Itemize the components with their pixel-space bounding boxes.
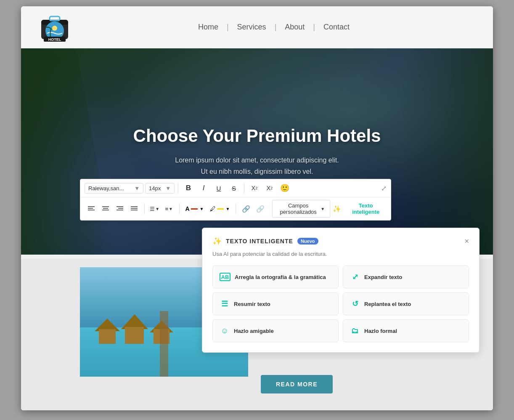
ai-option-friendly[interactable]: ☺ Hazlo amigable <box>212 319 339 342</box>
ai-panel-magic-icon: ✨ <box>212 237 222 246</box>
friendly-label: Hazlo amigable <box>234 328 274 334</box>
alignment-group <box>85 202 141 215</box>
browser-frame: HOTEL Home | Services | About | Contact … <box>21 6 493 410</box>
summarize-icon: ☰ <box>220 299 230 309</box>
align-right-button[interactable] <box>113 202 127 215</box>
nav-home[interactable]: Home <box>190 23 227 32</box>
hotel-logo: HOTEL <box>38 11 72 44</box>
formal-icon: 🗂 <box>350 326 360 336</box>
ai-panel-title: TEXTO INTELIGENTE <box>226 238 293 245</box>
ai-option-fix-grammar[interactable]: AB Arregla la ortografía & la gramática <box>212 266 339 288</box>
ai-panel-description: Usa AI para potenciar la calidad de la e… <box>212 251 469 257</box>
svg-point-4 <box>52 26 57 31</box>
fix-grammar-icon: AB <box>220 273 231 281</box>
ai-magic-icon-button[interactable]: ✨ <box>332 202 342 215</box>
underline-button[interactable]: U <box>212 182 225 194</box>
site-navigation: Home | Services | About | Contact <box>72 23 476 32</box>
text-color-button[interactable]: A ▼ <box>183 204 206 214</box>
nav-about[interactable]: About <box>276 23 313 32</box>
align-center-button[interactable] <box>99 202 112 215</box>
size-selector-chevron: ▼ <box>165 185 171 191</box>
divider-4 <box>179 204 180 214</box>
new-badge: Nuevo <box>297 238 318 245</box>
website-content: HOTEL Home | Services | About | Contact … <box>21 6 493 410</box>
toolbar-row-1: Raleway,san... ▼ 14px ▼ B I U S X2 X2 <box>80 179 391 197</box>
divider-1 <box>178 183 178 193</box>
subscript-button[interactable]: X2 <box>263 182 276 194</box>
palm-right-decoration <box>400 48 493 255</box>
campos-button[interactable]: Campos personalizados ▼ <box>272 200 330 218</box>
nav-contact[interactable]: Contact <box>315 23 358 32</box>
ordered-list-button[interactable]: ≡ ▼ <box>162 202 176 215</box>
font-selector-chevron: ▼ <box>134 185 140 191</box>
font-size-selector[interactable]: 14px ▼ <box>145 183 175 194</box>
align-justify-button[interactable] <box>127 202 141 215</box>
texto-inteligente-button[interactable]: Texto inteligente <box>345 200 387 217</box>
link-group: 🔗 🔗 <box>239 202 267 215</box>
read-more-button[interactable]: READ MORE <box>261 375 333 393</box>
list-group: ☰ ▼ ≡ ▼ <box>148 202 176 215</box>
link-button[interactable]: 🔗 <box>239 202 253 215</box>
svg-text:HOTEL: HOTEL <box>48 37 61 42</box>
unlink-button[interactable]: 🔗 <box>254 202 267 215</box>
summarize-label: Resumir texto <box>234 301 270 307</box>
bold-button[interactable]: B <box>182 182 195 194</box>
divider-3 <box>144 204 145 214</box>
text-color-group: A ▼ 🖊 ▼ <box>183 204 232 214</box>
friendly-icon: ☺ <box>220 326 230 336</box>
site-header: HOTEL Home | Services | About | Contact <box>21 6 493 48</box>
expand-label: Expandir texto <box>364 274 402 280</box>
align-left-button[interactable] <box>85 202 98 215</box>
strikethrough-button[interactable]: S <box>227 182 241 194</box>
superscript-button[interactable]: X2 <box>248 182 261 194</box>
ai-panel: ✨ TEXTO INTELIGENTE Nuevo × Usa AI para … <box>202 228 480 353</box>
ai-panel-header: ✨ TEXTO INTELIGENTE Nuevo × <box>212 237 469 246</box>
rephrase-label: Replantea el texto <box>364 301 411 307</box>
italic-button[interactable]: I <box>197 182 210 194</box>
divider-5 <box>236 204 236 214</box>
rephrase-icon: ↺ <box>350 299 360 309</box>
ai-option-rephrase[interactable]: ↺ Replantea el texto <box>343 292 469 315</box>
ai-panel-close-button[interactable]: × <box>464 237 469 245</box>
hero-section: Choose Your Premium Hotels Lorem ipsum d… <box>21 48 493 255</box>
ai-option-summarize[interactable]: ☰ Resumir texto <box>212 292 339 315</box>
hero-title: Choose Your Premium Hotels <box>133 126 381 146</box>
ai-options-grid: AB Arregla la ortografía & la gramática … <box>212 266 469 342</box>
ai-option-formal[interactable]: 🗂 Hazlo formal <box>343 319 469 342</box>
expand-text-icon: ⤢ <box>350 272 360 282</box>
svg-rect-2 <box>50 16 60 21</box>
nav-services[interactable]: Services <box>229 23 275 32</box>
ai-option-expand[interactable]: ⤢ Expandir texto <box>343 266 469 288</box>
text-toolbar: Raleway,san... ▼ 14px ▼ B I U S X2 X2 <box>80 179 391 221</box>
hero-content: Choose Your Premium Hotels Lorem ipsum d… <box>117 126 398 177</box>
unordered-list-button[interactable]: ☰ ▼ <box>148 202 162 215</box>
campos-chevron: ▼ <box>321 207 325 211</box>
highlight-color-button[interactable]: 🖊 ▼ <box>207 204 233 214</box>
hero-subtitle: Lorem ipsum dolor sit amet, consectetur … <box>133 154 381 177</box>
emoji-button[interactable]: 🙂 <box>278 182 291 194</box>
font-family-selector[interactable]: Raleway,san... ▼ <box>85 183 143 194</box>
fix-grammar-label: Arregla la ortografía & la gramática <box>235 274 326 280</box>
toolbar-row-2: ☰ ▼ ≡ ▼ A ▼ � <box>80 197 391 220</box>
expand-icon[interactable]: ⤢ <box>381 184 387 192</box>
divider-2 <box>244 183 244 193</box>
formal-label: Hazlo formal <box>364 328 397 334</box>
